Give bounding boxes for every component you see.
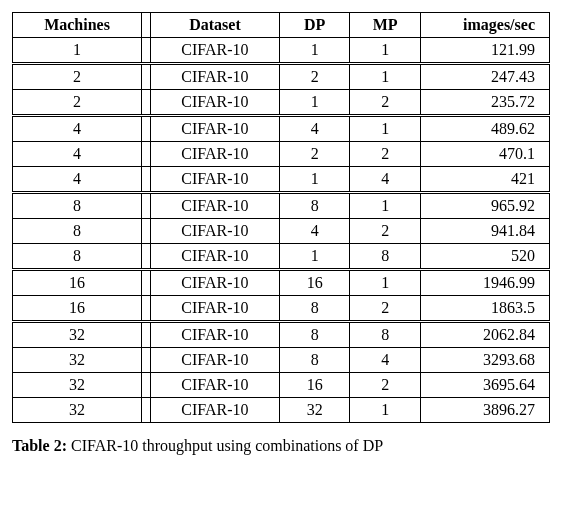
cell-mp: 2 [350,219,420,244]
cell-dp: 32 [280,398,350,423]
cell-mp: 8 [350,322,420,348]
cell-dp: 2 [280,64,350,90]
cell-dp: 8 [280,296,350,322]
table-row: 32CIFAR-10843293.68 [13,348,550,373]
cell-machines: 16 [13,296,142,322]
cell-machines: 1 [13,38,142,64]
cell-dp: 8 [280,348,350,373]
cell-dp: 4 [280,116,350,142]
table-row: 4CIFAR-1014421 [13,167,550,193]
cell-gap [142,322,151,348]
cell-dp: 1 [280,38,350,64]
table-row: 32CIFAR-103213896.27 [13,398,550,423]
cell-dp: 1 [280,90,350,116]
cell-machines: 4 [13,142,142,167]
table-row: 32CIFAR-10882062.84 [13,322,550,348]
cell-ips: 489.62 [420,116,549,142]
cell-ips: 3695.64 [420,373,549,398]
cell-gap [142,348,151,373]
cell-dp: 16 [280,270,350,296]
cell-ips: 965.92 [420,193,549,219]
cell-mp: 1 [350,64,420,90]
cell-dp: 8 [280,193,350,219]
cell-dataset: CIFAR-10 [150,64,279,90]
col-header-machines: Machines [13,13,142,38]
cell-mp: 1 [350,38,420,64]
cell-machines: 32 [13,398,142,423]
col-header-ips: images/sec [420,13,549,38]
cell-dp: 1 [280,167,350,193]
cell-mp: 4 [350,348,420,373]
table-row: 8CIFAR-1018520 [13,244,550,270]
cell-ips: 235.72 [420,90,549,116]
cell-machines: 4 [13,116,142,142]
col-gap [142,13,151,38]
cell-dataset: CIFAR-10 [150,270,279,296]
cell-ips: 1863.5 [420,296,549,322]
cell-gap [142,64,151,90]
table-row: 4CIFAR-1041489.62 [13,116,550,142]
table-row: 8CIFAR-1042941.84 [13,219,550,244]
table-row: 1CIFAR-1011121.99 [13,38,550,64]
cell-dp: 2 [280,142,350,167]
cell-gap [142,116,151,142]
cell-dp: 8 [280,322,350,348]
cell-gap [142,219,151,244]
table-body: 1CIFAR-1011121.992CIFAR-1021247.432CIFAR… [13,38,550,423]
results-table: Machines Dataset DP MP images/sec 1CIFAR… [12,12,550,423]
cell-dp: 4 [280,219,350,244]
cell-mp: 1 [350,116,420,142]
caption-label: Table 2: [12,437,67,454]
cell-dataset: CIFAR-10 [150,244,279,270]
table-row: 16CIFAR-10821863.5 [13,296,550,322]
cell-dataset: CIFAR-10 [150,116,279,142]
cell-dp: 1 [280,244,350,270]
cell-machines: 8 [13,219,142,244]
col-header-dp: DP [280,13,350,38]
cell-ips: 520 [420,244,549,270]
cell-dataset: CIFAR-10 [150,373,279,398]
cell-gap [142,90,151,116]
cell-gap [142,296,151,322]
cell-mp: 2 [350,296,420,322]
cell-dataset: CIFAR-10 [150,296,279,322]
cell-machines: 4 [13,167,142,193]
cell-dataset: CIFAR-10 [150,398,279,423]
cell-machines: 16 [13,270,142,296]
cell-ips: 3896.27 [420,398,549,423]
cell-dataset: CIFAR-10 [150,142,279,167]
cell-mp: 4 [350,167,420,193]
cell-machines: 32 [13,373,142,398]
table-row: 8CIFAR-1081965.92 [13,193,550,219]
cell-machines: 2 [13,64,142,90]
cell-gap [142,244,151,270]
cell-ips: 247.43 [420,64,549,90]
cell-mp: 2 [350,373,420,398]
table-row: 4CIFAR-1022470.1 [13,142,550,167]
cell-mp: 1 [350,398,420,423]
cell-machines: 2 [13,90,142,116]
cell-gap [142,142,151,167]
col-header-dataset: Dataset [150,13,279,38]
cell-ips: 421 [420,167,549,193]
table-caption: Table 2: CIFAR-10 throughput using combi… [12,437,550,455]
cell-dataset: CIFAR-10 [150,38,279,64]
cell-dataset: CIFAR-10 [150,322,279,348]
cell-machines: 8 [13,244,142,270]
table-header-row: Machines Dataset DP MP images/sec [13,13,550,38]
cell-dataset: CIFAR-10 [150,90,279,116]
cell-machines: 8 [13,193,142,219]
cell-ips: 470.1 [420,142,549,167]
cell-ips: 1946.99 [420,270,549,296]
cell-dataset: CIFAR-10 [150,348,279,373]
cell-gap [142,398,151,423]
cell-gap [142,38,151,64]
cell-machines: 32 [13,322,142,348]
col-header-mp: MP [350,13,420,38]
cell-ips: 3293.68 [420,348,549,373]
cell-mp: 1 [350,193,420,219]
cell-ips: 121.99 [420,38,549,64]
cell-ips: 941.84 [420,219,549,244]
cell-dataset: CIFAR-10 [150,219,279,244]
cell-ips: 2062.84 [420,322,549,348]
